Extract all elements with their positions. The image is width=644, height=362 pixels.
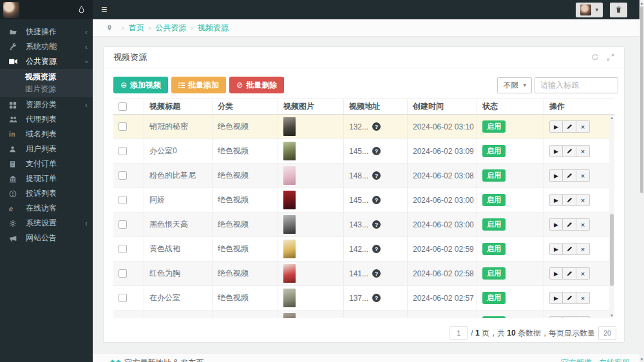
expand-icon[interactable] — [607, 53, 614, 61]
question-circle-icon[interactable]: ? — [372, 294, 381, 302]
play-button[interactable]: ▶ — [549, 267, 563, 280]
video-thumbnail[interactable] — [283, 240, 296, 258]
question-circle-icon[interactable]: ? — [372, 196, 381, 204]
delete-button[interactable]: × — [576, 316, 590, 318]
sidebar-item-quick-actions[interactable]: 快捷操作 ‹ — [0, 24, 93, 39]
row-checkbox[interactable] — [118, 294, 127, 302]
sidebar-item-domain-list[interactable]: in 域名列表 — [0, 127, 93, 142]
edit-button[interactable] — [563, 145, 576, 157]
row-checkbox[interactable] — [118, 245, 127, 253]
status-badge[interactable]: 启用 — [482, 169, 506, 182]
page-number-input[interactable] — [450, 326, 468, 340]
video-thumbnail[interactable] — [283, 191, 296, 209]
edit-button[interactable] — [563, 120, 576, 133]
video-thumbnail[interactable] — [283, 117, 296, 136]
status-badge[interactable]: 启用 — [482, 120, 506, 133]
add-video-button[interactable]: ⊕ 添加视频 — [113, 77, 168, 93]
refresh-icon[interactable] — [591, 53, 599, 61]
trash-button[interactable] — [610, 3, 627, 17]
edit-button[interactable] — [563, 292, 576, 304]
page-scroll-down-arrow[interactable]: ▼ — [639, 356, 644, 362]
row-checkbox[interactable] — [118, 122, 127, 131]
batch-add-button[interactable]: 批量添加 — [171, 77, 226, 93]
delete-button[interactable]: × — [576, 169, 590, 182]
scroll-up-arrow[interactable]: ▲ — [609, 115, 614, 120]
edit-button[interactable] — [563, 194, 576, 206]
question-circle-icon[interactable]: ? — [372, 147, 381, 155]
row-checkbox[interactable] — [118, 269, 127, 278]
status-badge[interactable]: 启用 — [482, 267, 506, 280]
status-badge[interactable]: 启用 — [482, 292, 506, 304]
row-checkbox[interactable] — [118, 196, 127, 204]
scrollbar-thumb[interactable] — [610, 214, 614, 286]
breadcrumb-link[interactable]: 首页 — [129, 23, 144, 32]
row-checkbox[interactable] — [118, 171, 127, 180]
video-thumbnail[interactable] — [283, 264, 296, 283]
delete-button[interactable]: × — [576, 267, 590, 280]
edit-button[interactable] — [563, 169, 576, 182]
status-badge[interactable]: 启用 — [482, 194, 506, 206]
row-checkbox[interactable] — [118, 220, 127, 229]
play-button[interactable]: ▶ — [549, 169, 563, 182]
question-circle-icon[interactable]: ? — [372, 269, 381, 278]
user-menu-button[interactable]: ▾ — [576, 3, 603, 17]
delete-button[interactable]: × — [576, 243, 590, 255]
page-scrollbar-thumb[interactable] — [640, 6, 643, 193]
play-button[interactable]: ▶ — [549, 145, 563, 157]
question-circle-icon[interactable]: ? — [372, 245, 381, 253]
play-button[interactable]: ▶ — [549, 292, 563, 304]
breadcrumb-link[interactable]: 视频资源 — [198, 23, 229, 32]
question-circle-icon[interactable]: ? — [372, 122, 381, 131]
hamburger-icon[interactable]: ≡ — [93, 5, 115, 15]
status-badge[interactable]: 启用 — [482, 145, 506, 157]
page-scroll-up-arrow[interactable]: ▲ — [639, 0, 644, 6]
edit-button[interactable] — [563, 267, 576, 280]
sidebar-item-payment-orders[interactable]: 支付订单 — [0, 157, 93, 171]
play-button[interactable]: ▶ — [549, 316, 563, 318]
video-thumbnail[interactable] — [283, 142, 296, 160]
play-button[interactable]: ▶ — [549, 120, 563, 133]
row-checkbox[interactable] — [118, 147, 127, 155]
delete-button[interactable]: × — [576, 145, 590, 157]
breadcrumb-link[interactable]: 公共资源 — [155, 23, 186, 32]
sidebar-item-site-announcement[interactable]: 网站公告 — [0, 231, 93, 245]
delete-button[interactable]: × — [576, 292, 590, 304]
title-search-input[interactable] — [535, 77, 618, 93]
sidebar-item-system-settings[interactable]: 系统设置 ‹ — [0, 216, 93, 231]
sidebar-item-agent-list[interactable]: 代理列表 — [0, 112, 93, 127]
delete-button[interactable]: × — [576, 218, 590, 231]
status-badge[interactable]: 启用 — [482, 316, 506, 318]
delete-button[interactable]: × — [576, 120, 590, 133]
sidebar-item-resource-categories[interactable]: 资源分类 ‹ — [0, 97, 93, 112]
select-all-checkbox[interactable] — [118, 102, 127, 111]
sidebar-item-video-resources[interactable]: 视频资源 — [0, 71, 93, 83]
footer-right-link[interactable]: 官方频道 · 在线客服 — [561, 357, 630, 362]
sidebar-item-withdrawal-orders[interactable]: 提现订单 — [0, 171, 93, 186]
status-badge[interactable]: 启用 — [482, 218, 506, 231]
question-circle-icon[interactable]: ? — [372, 171, 381, 180]
edit-button[interactable] — [563, 218, 576, 231]
video-thumbnail[interactable] — [283, 289, 296, 307]
status-badge[interactable]: 启用 — [482, 243, 506, 255]
sidebar-item-image-resources[interactable]: 图片资源 — [0, 83, 93, 95]
play-button[interactable]: ▶ — [549, 243, 563, 255]
question-circle-icon[interactable]: ? — [372, 220, 381, 229]
sidebar-item-system-functions[interactable]: 系统功能 ‹ — [0, 39, 93, 54]
brand-avatar[interactable] — [3, 2, 19, 18]
scroll-down-arrow[interactable]: ▼ — [609, 312, 614, 318]
batch-delete-button[interactable]: ⊘ 批量删除 — [229, 77, 284, 93]
edit-button[interactable] — [563, 243, 576, 255]
sidebar-item-user-list[interactable]: 用户列表 — [0, 142, 93, 157]
play-button[interactable]: ▶ — [549, 218, 563, 231]
video-thumbnail[interactable] — [283, 166, 296, 185]
footer-left-link[interactable]: 官方最新地址 & 发布页 — [124, 357, 204, 362]
edit-button[interactable] — [563, 316, 576, 318]
sidebar-item-complaint-list[interactable]: 投诉列表 — [0, 186, 93, 201]
play-button[interactable]: ▶ — [549, 194, 563, 206]
video-thumbnail[interactable] — [283, 313, 296, 318]
sidebar-item-public-resources[interactable]: 公共资源 ‹ — [0, 54, 93, 69]
page-size-input[interactable] — [598, 326, 616, 340]
category-filter-select[interactable]: 不限 ▾ — [497, 77, 532, 93]
sidebar-item-online-visitors[interactable]: e 在线访客 — [0, 201, 93, 216]
video-thumbnail[interactable] — [283, 215, 296, 234]
